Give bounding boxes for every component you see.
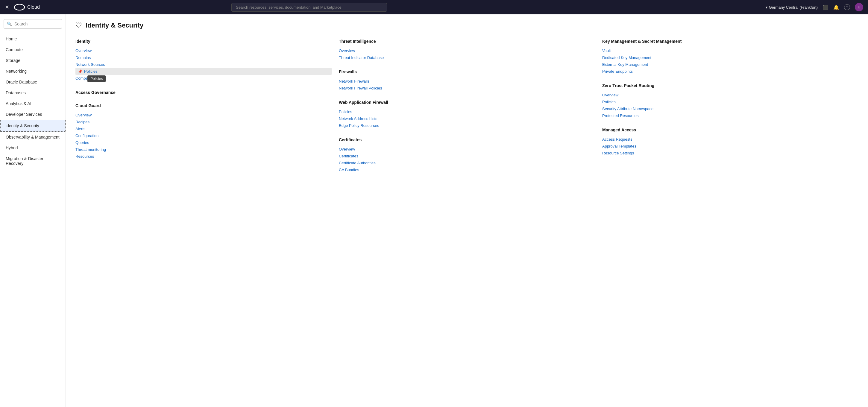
link-identity-network-sources[interactable]: Network Sources xyxy=(75,61,332,68)
section-threat-intelligence-title: Threat Intelligence xyxy=(339,39,595,44)
avatar[interactable]: U xyxy=(855,3,863,11)
sidebar: 🔍 Home Compute Storage Networking Oracle… xyxy=(0,14,66,407)
section-key-management: Key Management & Secret Management Vault… xyxy=(602,39,859,75)
link-ma-requests[interactable]: Access Requests xyxy=(602,136,859,143)
sidebar-item-migration[interactable]: Migration & Disaster Recovery xyxy=(0,153,66,169)
sidebar-item-networking[interactable]: Networking xyxy=(0,66,66,76)
policies-tooltip-wrapper: 📌 Policies Policies xyxy=(75,68,332,75)
link-zt-san[interactable]: Security Attribute Namespace xyxy=(602,105,859,112)
section-identity-title: Identity xyxy=(75,39,332,44)
section-waf-title: Web Application Firewall xyxy=(339,100,595,105)
link-ma-templates[interactable]: Approval Templates xyxy=(602,143,859,150)
region-label: Germany Central (Frankfurt) xyxy=(769,5,818,9)
link-ma-settings[interactable]: Resource Settings xyxy=(602,150,859,157)
link-identity-compartments[interactable]: Compartments xyxy=(75,75,332,82)
link-km-vault[interactable]: Vault xyxy=(602,47,859,54)
section-waf: Web Application Firewall Policies Networ… xyxy=(339,100,595,129)
topbar-right: ▾ Germany Central (Frankfurt) ⬛ 🔔 ? U xyxy=(766,3,863,11)
monitor-icon[interactable]: ⬛ xyxy=(823,4,829,10)
region-selector[interactable]: ▾ Germany Central (Frankfurt) xyxy=(766,5,818,9)
sidebar-item-oracle-database[interactable]: Oracle Database xyxy=(0,76,66,87)
region-chevron: ▾ xyxy=(766,5,768,9)
pin-icon: 📌 xyxy=(78,69,82,74)
section-managed-access: Managed Access Access Requests Approval … xyxy=(602,127,859,157)
section-cloud-guard: Cloud Guard Overview Recipes Alerts Conf… xyxy=(75,103,332,160)
menu-grid: Identity Overview Domains Network Source… xyxy=(75,39,859,182)
link-km-external[interactable]: External Key Management xyxy=(602,61,859,68)
section-certificates: Certificates Overview Certificates Certi… xyxy=(339,137,595,173)
link-identity-overview[interactable]: Overview xyxy=(75,47,332,54)
section-zero-trust: Zero Trust Packet Routing Overview Polic… xyxy=(602,83,859,119)
topbar: ✕ Cloud ▾ Germany Central (Frankfurt) ⬛ … xyxy=(0,0,868,14)
link-cg-alerts[interactable]: Alerts xyxy=(75,125,332,132)
link-fw-policies[interactable]: Network Firewall Policies xyxy=(339,85,595,92)
link-zt-protected[interactable]: Protected Resources xyxy=(602,112,859,119)
page-title: Identity & Security xyxy=(86,22,143,29)
link-zt-policies[interactable]: Policies xyxy=(602,98,859,105)
link-cg-queries[interactable]: Queries xyxy=(75,139,332,146)
link-identity-domains[interactable]: Domains xyxy=(75,54,332,61)
link-waf-policies[interactable]: Policies xyxy=(339,108,595,115)
link-identity-policies[interactable]: 📌 Policies xyxy=(75,68,332,75)
close-button[interactable]: ✕ xyxy=(5,4,9,10)
link-cert-overview[interactable]: Overview xyxy=(339,146,595,153)
section-certificates-title: Certificates xyxy=(339,137,595,142)
oracle-logo-icon xyxy=(14,4,25,10)
policies-tooltip: Policies xyxy=(87,75,106,82)
section-access-governance: Access Governance xyxy=(75,90,332,95)
search-icon: 🔍 xyxy=(7,22,12,26)
link-km-private-endpoints[interactable]: Private Endpoints xyxy=(602,68,859,75)
page-header: 🛡 Identity & Security xyxy=(75,22,859,29)
column-1: Identity Overview Domains Network Source… xyxy=(75,39,332,182)
main-layout: 🔍 Home Compute Storage Networking Oracle… xyxy=(0,14,868,407)
sidebar-item-compute[interactable]: Compute xyxy=(0,44,66,55)
content-area: 🛡 Identity & Security Identity Overview … xyxy=(66,14,868,407)
column-3: Key Management & Secret Management Vault… xyxy=(602,39,859,182)
sidebar-item-storage[interactable]: Storage xyxy=(0,55,66,66)
help-icon[interactable]: ? xyxy=(844,4,850,10)
section-cloud-guard-title: Cloud Guard xyxy=(75,103,332,108)
sidebar-item-home[interactable]: Home xyxy=(0,33,66,44)
link-cert-certificates[interactable]: Certificates xyxy=(339,153,595,159)
sidebar-search-input[interactable] xyxy=(14,22,59,26)
link-cg-configuration[interactable]: Configuration xyxy=(75,132,332,139)
section-identity: Identity Overview Domains Network Source… xyxy=(75,39,332,82)
link-waf-nal[interactable]: Network Address Lists xyxy=(339,115,595,122)
column-2: Threat Intelligence Overview Threat Indi… xyxy=(339,39,595,182)
link-fw-network[interactable]: Network Firewalls xyxy=(339,78,595,85)
bell-icon[interactable]: 🔔 xyxy=(833,4,839,10)
svg-point-0 xyxy=(14,4,25,10)
sidebar-item-identity-security[interactable]: Identity & Security xyxy=(0,120,66,132)
link-ti-database[interactable]: Threat Indicator Database xyxy=(339,54,595,61)
sidebar-item-databases[interactable]: Databases xyxy=(0,87,66,98)
section-firewalls: Firewalls Network Firewalls Network Fire… xyxy=(339,69,595,92)
logo-text: Cloud xyxy=(27,4,40,10)
sidebar-item-analytics-ai[interactable]: Analytics & AI xyxy=(0,98,66,109)
topbar-search-container xyxy=(231,3,387,12)
sidebar-item-observability[interactable]: Observability & Management xyxy=(0,132,66,143)
link-km-dedicated[interactable]: Dedicated Key Management xyxy=(602,54,859,61)
sidebar-item-hybrid[interactable]: Hybrid xyxy=(0,143,66,153)
link-identity-policies-label: Policies xyxy=(84,69,98,74)
link-cg-resources[interactable]: Resources xyxy=(75,153,332,160)
link-cg-overview[interactable]: Overview xyxy=(75,112,332,119)
topbar-search-input[interactable] xyxy=(231,3,387,12)
link-waf-edge[interactable]: Edge Policy Resources xyxy=(339,122,595,129)
sidebar-item-developer-services[interactable]: Developer Services xyxy=(0,109,66,120)
link-cert-authorities[interactable]: Certificate Authorities xyxy=(339,159,595,166)
link-cg-threat-monitoring[interactable]: Threat monitoring xyxy=(75,146,332,153)
section-access-governance-title: Access Governance xyxy=(75,90,332,95)
link-cg-recipes[interactable]: Recipes xyxy=(75,119,332,125)
section-key-management-title: Key Management & Secret Management xyxy=(602,39,859,44)
page-icon: 🛡 xyxy=(75,22,82,29)
section-zero-trust-title: Zero Trust Packet Routing xyxy=(602,83,859,88)
section-firewalls-title: Firewalls xyxy=(339,69,595,74)
link-ti-overview[interactable]: Overview xyxy=(339,47,595,54)
logo: Cloud xyxy=(14,4,40,10)
section-threat-intelligence: Threat Intelligence Overview Threat Indi… xyxy=(339,39,595,61)
sidebar-search-container: 🔍 xyxy=(4,19,62,29)
link-zt-overview[interactable]: Overview xyxy=(602,92,859,98)
link-cert-bundles[interactable]: CA Bundles xyxy=(339,166,595,173)
section-managed-access-title: Managed Access xyxy=(602,127,859,132)
